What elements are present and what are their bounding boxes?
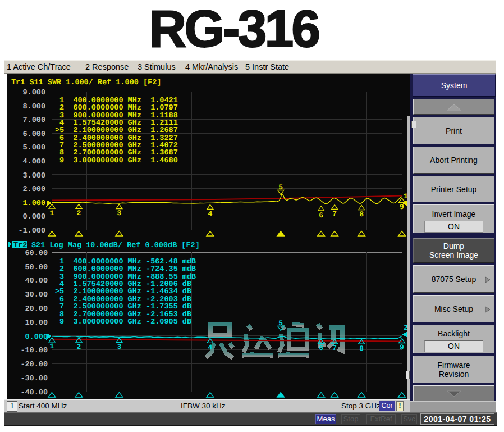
svg-text:7: 7 — [332, 210, 337, 218]
svg-text:Tr2: Tr2 — [13, 242, 27, 250]
svg-text:9: 9 — [400, 343, 404, 352]
svg-text:S21 Log Mag 10.00dB/ Ref 0.000: S21 Log Mag 10.00dB/ Ref 0.000dB [F2] — [31, 242, 200, 250]
svg-text:-10.00: -10.00 — [20, 347, 48, 355]
svg-text:3.000: 3.000 — [22, 172, 45, 180]
svg-text:9.000: 9.000 — [22, 89, 45, 97]
svg-text:40.00: 40.00 — [25, 277, 48, 285]
svg-text:1: 1 — [50, 342, 54, 351]
svg-text:-20.00: -20.00 — [20, 361, 48, 369]
svg-text:4: 4 — [208, 343, 212, 352]
svg-text:50.00: 50.00 — [25, 263, 48, 272]
svg-text:-30.00: -30.00 — [20, 375, 48, 383]
svg-text:6: 6 — [319, 344, 323, 352]
svg-text:7: 7 — [332, 344, 337, 352]
svg-text:60.00: 60.00 — [25, 249, 48, 258]
svg-text:2.000: 2.000 — [22, 185, 45, 194]
svg-text:6.000: 6.000 — [22, 130, 45, 139]
svg-text:3: 3 — [117, 209, 121, 217]
svg-text:20.00: 20.00 — [25, 305, 48, 313]
svg-text:10.00: 10.00 — [25, 319, 48, 328]
svg-text:2: 2 — [77, 209, 81, 217]
svg-text:4.000: 4.000 — [22, 158, 45, 166]
svg-text:-40.00: -40.00 — [20, 389, 48, 397]
svg-text:1: 1 — [50, 209, 54, 217]
svg-text:9 3.000000000 GHz 1.4680: 9 3.000000000 GHz 1.4680 — [55, 157, 178, 165]
svg-text:30.00: 30.00 — [25, 291, 48, 299]
svg-text:8: 8 — [359, 344, 364, 353]
svg-text:7.000: 7.000 — [22, 116, 45, 125]
svg-text:2: 2 — [77, 343, 81, 351]
svg-text:8.000: 8.000 — [22, 103, 45, 111]
svg-text:3: 3 — [117, 343, 121, 351]
svg-text:Tr1 S11 SWR 1.000/ Ref 1.000 [: Tr1 S11 SWR 1.000/ Ref 1.000 [F2] — [11, 79, 161, 87]
svg-text:0.000: 0.000 — [25, 333, 48, 342]
svg-text:4: 4 — [208, 210, 212, 218]
svg-text:-1.000: -1.000 — [18, 227, 45, 235]
svg-text:6: 6 — [319, 211, 323, 220]
svg-text:9 3.000000000 GHz -2.0905 dB: 9 3.000000000 GHz -2.0905 dB — [55, 318, 191, 326]
svg-text:8: 8 — [359, 210, 364, 219]
svg-text:1.000: 1.000 — [22, 199, 45, 208]
svg-text:5.000: 5.000 — [22, 144, 45, 152]
svg-text:9: 9 — [400, 203, 404, 211]
svg-text:0.000: 0.000 — [22, 213, 45, 221]
